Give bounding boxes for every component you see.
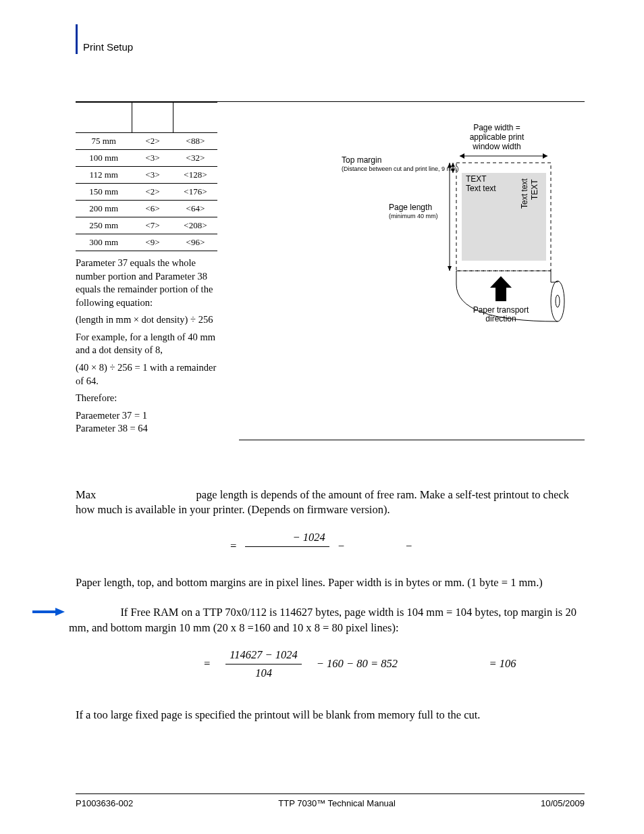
svg-text:direction: direction	[485, 314, 516, 323]
closing-para: If a too large fixed page is specified t…	[76, 708, 585, 723]
page-footer: P1003636-002 TTP 7030™ Technical Manual …	[76, 793, 585, 808]
svg-text:Page length: Page length	[389, 203, 432, 212]
svg-marker-30	[55, 608, 65, 616]
page-layout-diagram: Page width = applicable print window wid…	[321, 122, 578, 340]
formula-example: PixelLines = 114627 − 1024 104 − 160 − 8…	[76, 648, 585, 681]
svg-rect-25	[495, 288, 506, 301]
table-row: 112 mm<3><128>	[76, 167, 217, 184]
svg-marker-26	[490, 276, 512, 288]
table-row: 75 mm<2><88>	[76, 133, 217, 150]
max-word: Max	[76, 488, 96, 501]
upper-content-row: 75 mm<2><88> 100 mm<3><32> 112 mm<3><128…	[76, 101, 585, 440]
footer-right: 10/05/2009	[541, 798, 585, 808]
svg-text:window width: window width	[472, 142, 520, 151]
svg-marker-10	[451, 163, 455, 167]
header-accent-bar	[76, 24, 78, 54]
example-arrow-icon	[28, 606, 65, 617]
table-row: 250 mm<7><208>	[76, 217, 217, 234]
svg-text:TEXT: TEXT	[530, 179, 539, 200]
svg-text:Text text: Text text	[520, 178, 529, 209]
table-row: 100 mm<3><32>	[76, 150, 217, 167]
svg-point-23	[556, 295, 560, 307]
svg-text:TEXT: TEXT	[466, 174, 487, 184]
table-row: 150 mm<2><176>	[76, 184, 217, 201]
footer-center: TTP 7030™ Technical Manual	[278, 798, 396, 808]
explain-p4: Paraemeter 37 = 1	[76, 409, 217, 423]
svg-marker-4	[543, 153, 547, 159]
diagram-page-width-text: Page width =	[473, 123, 520, 132]
example-text: If Free RAM on a TTP 70x0/112 is 114627 …	[69, 606, 576, 633]
page-header: Print Setup Page Setup	[76, 39, 585, 54]
max-line-rest: page length is depends of the amount of …	[76, 488, 569, 516]
explain-eq1: (length in mm × dot density) ÷ 256	[76, 313, 217, 327]
svg-text:(Distance between cut and prin: (Distance between cut and print line, 9 …	[342, 165, 459, 172]
explain-p3: Therefore:	[76, 392, 217, 405]
svg-marker-15	[448, 266, 452, 271]
example-block: Example • If Free RAM on a TTP 70x0/112 …	[28, 605, 585, 635]
explain-eq2: (40 × 8) ÷ 256 = 1 with a remainder of 6…	[76, 361, 217, 388]
fraction-icon: 114627 − 1024 104	[225, 648, 302, 681]
explain-p1: Parameter 37 equals the whole number por…	[76, 257, 217, 309]
max-page-length-para: Max page length is depends of the amount…	[76, 488, 585, 518]
diagram-column: Page width = applicable print window wid…	[239, 102, 585, 440]
svg-text:(minimum 40 mm): (minimum 40 mm)	[389, 213, 438, 219]
svg-text:Text text: Text text	[466, 184, 496, 193]
document-page: Print Setup Page Setup 75 mm<2><88> 100 …	[0, 0, 644, 834]
units-para: Paper length, top, and bottom margins ar…	[76, 575, 585, 590]
formula-pixel-lines: PixelLines = FreeRAM− 1024 PaperWidth − …	[76, 530, 585, 564]
explain-p5: Parameter 38 = 64	[76, 422, 217, 436]
parameter-table: 75 mm<2><88> 100 mm<3><32> 112 mm<3><128…	[76, 102, 217, 251]
body-content: Max page length is depends of the amount…	[76, 488, 585, 723]
svg-marker-3	[460, 153, 464, 159]
fraction-icon: FreeRAM− 1024 PaperWidth	[245, 530, 329, 564]
diagram-svg: Page width = applicable print window wid…	[321, 122, 578, 338]
header-section: Print Setup	[83, 41, 133, 53]
svg-text:Top margin: Top margin	[342, 155, 381, 165]
explain-p2: For example, for a length of 40 mm and a…	[76, 331, 217, 357]
table-explanation: Parameter 37 equals the whole number por…	[76, 257, 217, 436]
svg-text:Paper transport: Paper transport	[473, 305, 529, 315]
table-row: 200 mm<6><64>	[76, 201, 217, 217]
table-row: 300 mm<9><96>	[76, 234, 217, 251]
footer-left: P1003636-002	[76, 798, 133, 808]
svg-text:applicable print: applicable print	[470, 132, 525, 142]
